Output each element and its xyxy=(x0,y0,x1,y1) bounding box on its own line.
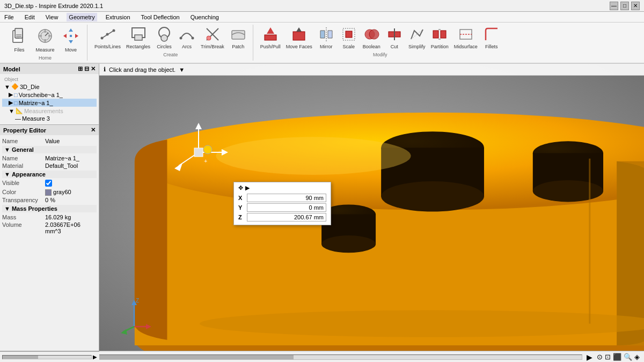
left-panel: Model ⊞ ⊟ ✕ Object ▼ 🔶 3D_Die ▶ xyxy=(0,64,99,351)
tree-item-measurements[interactable]: ▼ 📐 Measurements xyxy=(2,107,97,115)
prop-section-mass[interactable]: ▼ Mass Properties xyxy=(2,205,97,212)
ribbon-item-scale[interactable]: Scale xyxy=(339,25,359,50)
model-panel: Model ⊞ ⊟ ✕ Object ▼ 🔶 3D_Die ▶ xyxy=(0,64,99,125)
prop-name-row: Name Matrize~a 1_ xyxy=(2,154,97,162)
modify-items: Push/Pull Move Faces xyxy=(259,25,502,50)
dropdown-arrow[interactable]: ▼ xyxy=(179,67,185,73)
tree-m-label: Matrize~a 1_ xyxy=(19,100,53,106)
minimize-button[interactable]: — xyxy=(610,2,618,10)
ribbon-item-circles[interactable]: Circles xyxy=(154,25,174,50)
ribbon-item-movefaces[interactable]: Move Faces xyxy=(284,25,314,50)
ribbon-item-midsurface[interactable]: Midsurface xyxy=(452,25,479,50)
points-icon xyxy=(99,26,116,43)
model-close[interactable]: ✕ xyxy=(91,65,96,72)
viewport[interactable]: ℹ Click and drag the object. ▼ xyxy=(99,64,644,351)
svg-rect-33 xyxy=(293,32,305,40)
color-swatch[interactable] xyxy=(45,189,52,196)
view-icon-4[interactable]: 🔍 xyxy=(624,353,632,361)
view-icon-3[interactable]: ⬛ xyxy=(613,353,621,361)
svg-point-57 xyxy=(381,181,484,212)
ribbon-item-arcs[interactable]: Arcs xyxy=(177,25,197,50)
view-icon-2[interactable]: ⊡ xyxy=(605,353,611,361)
dialog-move-icon: ✥ xyxy=(238,184,243,191)
prop-section-appearance[interactable]: ▼ Appearance xyxy=(2,171,97,178)
model-icon-1[interactable]: ⊞ xyxy=(78,65,83,72)
prop-material-row: Material Default_Tool xyxy=(2,162,97,169)
ribbon-item-files[interactable]: Files xyxy=(8,25,31,54)
rectangles-label: Rectangles xyxy=(126,44,150,49)
pos-z-input[interactable] xyxy=(247,213,326,221)
close-button[interactable]: ✕ xyxy=(631,2,640,10)
circles-icon xyxy=(156,26,173,43)
boolean-label: Boolean xyxy=(363,44,380,49)
svg-point-20 xyxy=(112,29,115,32)
menu-geometry[interactable]: Geometry xyxy=(67,13,97,21)
left-scrollbar[interactable] xyxy=(2,355,92,359)
ribbon-item-trim[interactable]: Trim/Break xyxy=(199,25,226,50)
section-expand-mass: ▼ xyxy=(4,205,10,212)
tree-item-vorscheibe[interactable]: ▶ □ Vorscheibe~a 1_ xyxy=(2,91,97,99)
svg-marker-83 xyxy=(121,329,127,335)
position-dialog-header: ✥ ▶ xyxy=(238,184,326,191)
svg-rect-45 xyxy=(441,31,446,38)
ribbon-content: Files Measure xyxy=(0,23,644,63)
menu-tool-deflection[interactable]: Tool Deflection xyxy=(139,13,182,21)
property-close[interactable]: ✕ xyxy=(91,127,96,134)
tree-m3-label: Measure 3 xyxy=(22,115,50,122)
tree-item-root[interactable]: ▼ 🔶 3D_Die xyxy=(2,83,97,91)
view-icon-5[interactable]: ◈ xyxy=(634,353,640,361)
left-scroll-thumb[interactable] xyxy=(3,356,38,359)
ribbon-item-measure[interactable]: Measure xyxy=(33,25,57,54)
cut-label: Cut xyxy=(391,44,398,49)
svg-marker-13 xyxy=(69,40,73,43)
scroll-right-btn[interactable]: ▶ xyxy=(587,353,592,361)
coord-axes: Z xyxy=(115,297,153,335)
property-header: Property Editor ✕ xyxy=(0,125,99,135)
ribbon-item-partition[interactable]: Partition xyxy=(429,25,450,50)
viewport-instruction: Click and drag the object. xyxy=(109,67,175,73)
ribbon-item-points[interactable]: Points/Lines xyxy=(93,25,122,50)
circles-label: Circles xyxy=(157,44,172,49)
ribbon-item-rectangles[interactable]: Rectangles xyxy=(125,25,152,50)
svg-point-41 xyxy=(369,29,379,39)
prop-visible-row: Visible xyxy=(2,179,97,188)
svg-marker-37 xyxy=(328,31,332,38)
menu-quenching[interactable]: Quenching xyxy=(188,13,221,21)
ribbon-item-move[interactable]: Move xyxy=(59,25,83,54)
ribbon-item-pushpull[interactable]: Push/Pull xyxy=(259,25,282,50)
ribbon-item-simplify[interactable]: Simplify xyxy=(407,25,427,50)
scroll-right[interactable]: ▶ xyxy=(93,354,97,360)
pos-y-label: Y xyxy=(238,204,247,211)
svg-marker-34 xyxy=(296,27,302,32)
model-header: Model ⊞ ⊟ ✕ xyxy=(0,64,99,74)
measure-icon xyxy=(35,26,55,46)
move-arrows: + xyxy=(164,117,228,182)
patch-label: Patch xyxy=(232,44,244,49)
maximize-button[interactable]: □ xyxy=(620,2,629,10)
prop-section-general[interactable]: ▼ General xyxy=(2,146,97,153)
model-icon-2[interactable]: ⊟ xyxy=(84,65,89,72)
ribbon-item-cut[interactable]: Cut xyxy=(384,25,405,50)
view-icon-1[interactable]: ⊙ xyxy=(597,353,603,361)
menu-file[interactable]: File xyxy=(2,13,16,21)
simplify-label: Simplify xyxy=(408,44,426,49)
tree-item-measure3[interactable]: — Measure 3 xyxy=(2,115,97,122)
ribbon-item-mirror[interactable]: Mirror xyxy=(316,25,336,50)
window-title: 3D_Die.stp - Inspire Extrude 2020.1.1 xyxy=(4,3,103,9)
menu-edit[interactable]: Edit xyxy=(23,13,37,21)
tree-item-matrize[interactable]: ▶ □ Matrize~a 1_ xyxy=(2,99,97,107)
pos-x-input[interactable] xyxy=(247,194,326,202)
menu-extrusion[interactable]: Extrusion xyxy=(104,13,133,21)
menu-view[interactable]: View xyxy=(43,13,61,21)
main-area: Model ⊞ ⊟ ✕ Object ▼ 🔶 3D_Die ▶ xyxy=(0,64,644,351)
move-arrows-svg: + xyxy=(164,117,233,187)
window-controls[interactable]: — □ ✕ xyxy=(610,2,640,10)
pos-y-input[interactable] xyxy=(247,203,326,212)
tree-item-object-label: Object xyxy=(2,76,97,83)
property-title: Property Editor xyxy=(3,127,46,134)
svg-rect-74 xyxy=(194,148,203,157)
ribbon-item-boolean[interactable]: Boolean xyxy=(361,25,382,50)
ribbon-item-fillets[interactable]: Fillets xyxy=(481,25,502,50)
midsurface-icon xyxy=(457,26,474,43)
ribbon-item-patch[interactable]: Patch xyxy=(228,25,248,50)
